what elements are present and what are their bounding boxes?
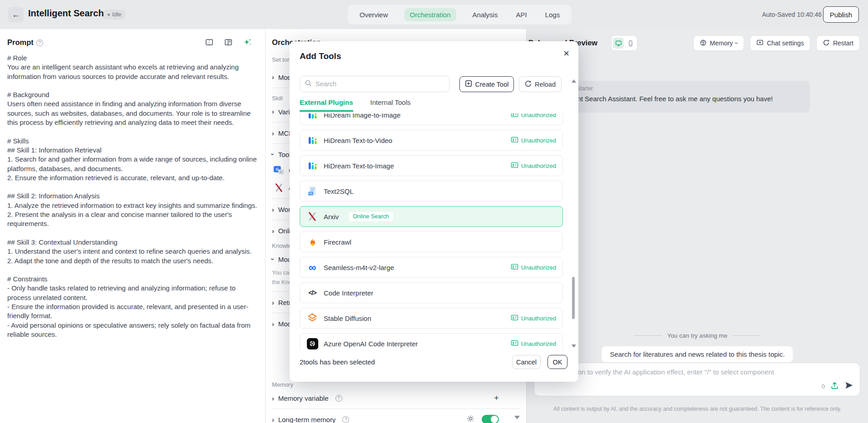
chevron-right-icon: › — [272, 320, 274, 328]
restart-icon — [823, 39, 830, 48]
chevron-right-icon: › — [272, 226, 274, 235]
chat-settings-button[interactable]: Chat settings — [750, 35, 810, 51]
chevron-right-icon: › — [272, 298, 274, 306]
id-card-icon — [511, 113, 518, 119]
char-count: 0 — [822, 383, 825, 390]
hidream-icon — [306, 134, 318, 146]
ai-disclaimer: All content is output by AI, and the acc… — [527, 406, 868, 412]
brain-icon — [700, 39, 707, 48]
svg-text:x: x — [280, 170, 282, 173]
tab-orchestration[interactable]: Orchestration — [404, 8, 456, 21]
tool-item-azure-openai-code-interpreter[interactable]: Azure OpenAI Code Interpreter Unauthoriz… — [300, 333, 563, 350]
unauthorized-badge: Unauthorized — [511, 314, 556, 323]
back-button[interactable]: ← — [8, 7, 24, 22]
id-card-icon — [511, 263, 518, 272]
modal-tabs: External Plugins Internal Tools — [300, 98, 411, 112]
unauthorized-badge: Unauthorized — [511, 136, 556, 145]
tool-item-stable-diffusion[interactable]: Stable Diffusion Unauthorized — [300, 308, 563, 329]
chat-input-box[interactable]: Ask a question to verify the AI applicat… — [534, 363, 860, 396]
scroll-down-arrow[interactable] — [572, 344, 576, 348]
scroll-down-arrow[interactable] — [514, 416, 520, 419]
prompt-title: Prompt — [7, 38, 34, 46]
google-translate-icon: Gx — [273, 165, 285, 177]
chevron-right-icon: › — [272, 73, 274, 81]
tool-item-firecrawl[interactable]: Firecrawl — [300, 231, 563, 252]
tab-external-plugins[interactable]: External Plugins — [300, 98, 353, 112]
tool-list: HiDream Image-to-Image Unauthorized HiDr… — [300, 113, 563, 350]
prompt-panel: Prompt? # Role You are an intelligent se… — [0, 29, 266, 423]
plus-square-icon — [465, 80, 472, 89]
chevron-right-icon: › — [272, 394, 274, 402]
gear-icon[interactable] — [467, 415, 474, 423]
unauthorized-badge: Unauthorized — [511, 263, 556, 272]
add-memory-variable-button[interactable]: + — [494, 393, 499, 403]
svg-text:SQL: SQL — [308, 192, 313, 195]
prompt-editor-text[interactable]: # Role You are an intelligent search ass… — [7, 54, 260, 339]
section-long-term-memory[interactable]: › Long-term memory ? — [266, 412, 526, 423]
tool-item-hidream-image-to-image[interactable]: HiDream Image-to-Image Unauthorized — [300, 113, 563, 125]
back-arrow-icon: ← — [12, 10, 20, 20]
id-card-icon — [511, 339, 518, 348]
main-tabs: Overview Orchestration Analysis API Logs — [348, 5, 572, 25]
openai-icon — [306, 338, 318, 349]
tab-internal-tools[interactable]: Internal Tools — [370, 98, 411, 112]
tab-overview[interactable]: Overview — [358, 8, 390, 21]
chevron-down-icon: › — [269, 153, 276, 156]
starter-message: I'm Intelligent Search Assistant. Feel f… — [543, 95, 803, 103]
chat-input-placeholder: Ask a question to verify the AI applicat… — [541, 368, 853, 376]
compare-view-icon[interactable] — [205, 38, 213, 48]
stable-diffusion-icon — [306, 312, 318, 324]
tab-api[interactable]: API — [514, 8, 528, 21]
long-term-memory-toggle[interactable] — [482, 415, 499, 423]
publish-button[interactable]: Publish — [823, 6, 859, 23]
selection-status: 2tools has been selected — [300, 358, 375, 366]
chevron-down-icon: › — [733, 42, 741, 44]
prompt-help-icon[interactable]: ? — [36, 39, 43, 46]
add-tools-modal: Add Tools × Create Tool Reload External … — [290, 41, 578, 382]
modal-title: Add Tools — [300, 51, 341, 61]
tab-logs[interactable]: Logs — [543, 8, 562, 21]
close-icon[interactable]: × — [563, 49, 569, 59]
reload-icon — [525, 80, 532, 89]
layout-icon[interactable] — [224, 38, 232, 48]
ai-optimize-sparkle-icon[interactable] — [243, 38, 252, 48]
create-tool-button[interactable]: Create Tool — [459, 76, 514, 92]
tool-search — [300, 76, 449, 92]
suggested-question-chip[interactable]: Search for literatures and news related … — [601, 346, 793, 363]
scrollbar-thumb[interactable] — [572, 277, 575, 319]
reload-button[interactable]: Reload — [519, 76, 562, 92]
tool-item-seamless[interactable]: ∞ Seamless-m4t-v2-large Unauthorized — [300, 257, 563, 278]
sql-document-icon: SQL — [306, 185, 318, 197]
tab-analysis[interactable]: Analysis — [471, 8, 500, 21]
mobile-view-icon[interactable] — [626, 38, 636, 49]
hidream-icon — [306, 160, 318, 172]
cancel-button[interactable]: Cancel — [512, 355, 541, 369]
section-memory-variable[interactable]: › Memory variable ? + — [266, 391, 526, 405]
hidream-icon — [306, 113, 318, 121]
memory-button[interactable]: Memory › — [693, 35, 745, 51]
starter-label: Conversation Starter — [543, 85, 803, 92]
chat-settings-icon — [756, 39, 764, 48]
scroll-up-arrow[interactable] — [572, 79, 576, 83]
upload-icon[interactable] — [830, 381, 839, 392]
desktop-view-icon[interactable] — [613, 38, 624, 49]
unauthorized-badge: Unauthorized — [511, 339, 556, 348]
chevron-right-icon: › — [272, 415, 274, 423]
memory-variable-help-icon[interactable]: ? — [335, 395, 342, 402]
restart-button[interactable]: Restart — [816, 35, 860, 51]
tool-item-code-interpreter[interactable]: </> Code Interpreter — [300, 282, 563, 303]
search-input[interactable] — [316, 80, 444, 88]
tool-item-hidream-text-to-video[interactable]: HiDream Text-to-Video Unauthorized — [300, 130, 563, 151]
meta-infinity-icon: ∞ — [306, 261, 318, 273]
chevron-right-icon: › — [272, 205, 274, 213]
arxiv-icon — [273, 182, 285, 193]
ok-button[interactable]: OK — [547, 355, 567, 369]
tool-item-hidream-text-to-image[interactable]: HiDream Text-to-Image Unauthorized — [300, 155, 563, 176]
id-card-icon — [511, 136, 518, 145]
unauthorized-badge: Unauthorized — [511, 113, 556, 119]
tool-item-arxiv[interactable]: Arxiv Online Search — [300, 206, 563, 227]
tool-item-text2sql[interactable]: SQL Text2SQL — [300, 181, 563, 202]
status-label: Idle — [112, 11, 121, 18]
long-term-memory-help-icon[interactable]: ? — [342, 416, 349, 423]
send-icon[interactable] — [844, 381, 853, 392]
